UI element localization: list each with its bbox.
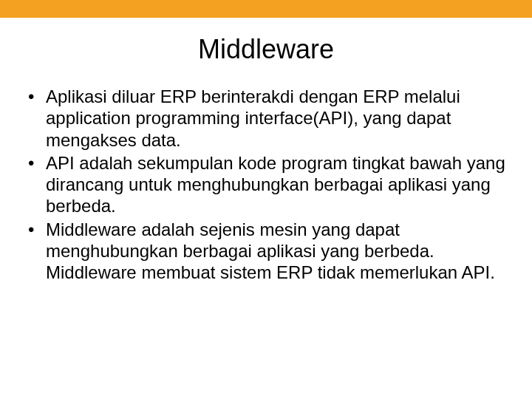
slide-content: Aplikasi diluar ERP berinterakdi dengan … [0,86,532,283]
bullet-item: Aplikasi diluar ERP berinterakdi dengan … [25,86,507,151]
slide-title: Middleware [0,34,532,65]
accent-bar [0,0,532,18]
bullet-item: Middleware adalah sejenis mesin yang dap… [25,219,507,284]
bullet-item: API adalah sekumpulan kode program tingk… [25,152,507,217]
bullet-list: Aplikasi diluar ERP berinterakdi dengan … [25,86,507,283]
